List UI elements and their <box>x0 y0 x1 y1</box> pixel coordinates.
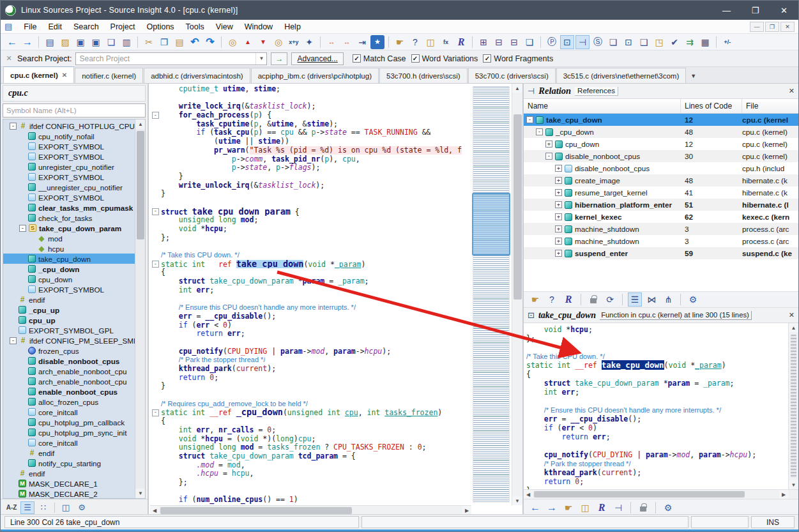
browse-hand-button[interactable]: ☛ <box>393 35 407 49</box>
help-window-button[interactable]: ⊡ <box>621 35 635 49</box>
symbol-item-unregister-cpu-notifier[interactable]: __unregister_cpu_notifier <box>3 182 135 192</box>
mdi-restore-button[interactable]: ❐ <box>765 22 779 32</box>
zoom-toggle-button[interactable]: +/- <box>720 35 734 49</box>
symbol-tree-scrollbar[interactable]: ▲ ▼ <box>135 119 145 498</box>
window-cascade-button[interactable]: ❏ <box>522 35 536 49</box>
forward-button[interactable]: → <box>20 35 34 49</box>
symbol-item-export-symbol[interactable]: EXPORT_SYMBOL <box>3 284 135 294</box>
tree-expand-icon[interactable]: + <box>555 250 562 257</box>
symbol-item-export-symbol[interactable]: EXPORT_SYMBOL <box>3 151 135 162</box>
relation-window-button[interactable]: ⊡ <box>560 35 574 49</box>
symbol-item-endif[interactable]: #endif <box>3 448 135 458</box>
symbol-item-disable-nonboot-cpus[interactable]: disable_nonboot_cpus <box>3 356 135 366</box>
relation-row-cpu-down[interactable]: +cpu_down12cpu.c (kernel) <box>524 138 798 150</box>
scroll-down-icon[interactable]: ▼ <box>789 480 798 489</box>
symbol-window-button[interactable]: Ⓢ <box>591 35 605 49</box>
symbol-item-clear-tasks-mm-cpumask[interactable]: clear_tasks_mm_cpumask <box>3 202 135 213</box>
maximize-button[interactable]: ❐ <box>741 1 770 20</box>
relation-close-icon[interactable]: ✕ <box>789 87 795 95</box>
fold-toggle[interactable]: - <box>150 208 161 217</box>
preview-vertical-scrollbar[interactable]: ▲ ▼ <box>788 323 798 489</box>
symbol-item-frozen-cpus[interactable]: frozen_cpus <box>3 346 135 356</box>
save-all-button[interactable]: ❏ <box>104 35 118 49</box>
scroll-left-icon[interactable]: ◀ <box>524 490 533 499</box>
jump-back-link-button[interactable]: ↔ <box>324 35 339 49</box>
tree-expand-icon[interactable]: + <box>545 141 552 148</box>
fold-minus-icon[interactable]: - <box>152 208 159 215</box>
browse-hand-button[interactable]: ☛ <box>561 501 575 515</box>
window-tile-button[interactable]: ⊞ <box>476 35 491 49</box>
tree-expand-icon[interactable]: - <box>10 123 17 130</box>
menu-view[interactable]: View <box>210 21 239 33</box>
scroll-thumb[interactable] <box>160 507 352 514</box>
symbol-item-arch-enable-nonboot-cpu[interactable]: arch_enable_nonboot_cpu <box>3 376 135 386</box>
relation-row-resume-target-kernel[interactable]: +resume_target_kernel41hibernate.c (k <box>524 186 798 199</box>
symbol-item-export-symbol[interactable]: EXPORT_SYMBOL <box>3 172 135 182</box>
option-match-case[interactable]: ✓Match Case <box>353 54 406 63</box>
fold-toggle[interactable]: - <box>150 111 161 120</box>
menu-tools[interactable]: Tools <box>180 21 210 33</box>
checkbox-icon[interactable]: ✓ <box>411 54 420 63</box>
tab-53c700-h-drivers-scsi[interactable]: 53c700.h (drivers\scsi) <box>379 68 468 83</box>
preview-close-icon[interactable]: ✕ <box>789 311 795 319</box>
relation-row-machine-shutdown[interactable]: +machine_shutdown3process.c (arc <box>524 223 798 235</box>
relation-row-disable-nonboot-cpus[interactable]: -disable_nonboot_cpus30cpu.c (kernel) <box>524 150 798 162</box>
tree-expand-icon[interactable]: - <box>526 116 533 123</box>
relation-row-machine-shutdown[interactable]: +machine_shutdown3process.c (arc <box>524 235 798 247</box>
open-file-button[interactable]: ▨ <box>58 35 72 49</box>
r-logo-button[interactable]: R <box>561 293 575 307</box>
jump-forward-link-button[interactable]: ↔ <box>340 35 354 49</box>
tree-expand-icon[interactable]: + <box>555 165 562 172</box>
option-word-fragments[interactable]: ✓Word Fragments <box>483 54 553 63</box>
contents-book-button[interactable]: ◫ <box>423 35 438 49</box>
symbol-item-cpu-hotplug-pm-callback[interactable]: cpu_hotplug_pm_callback <box>3 417 135 427</box>
column-file[interactable]: File <box>742 99 798 113</box>
fold-toggle[interactable]: - <box>150 408 161 417</box>
tree-expand-icon[interactable]: - <box>19 225 26 232</box>
tree-expand-icon[interactable]: + <box>555 201 562 208</box>
symbol-item-cpu-up[interactable]: _cpu_up <box>3 305 135 315</box>
symbol-name-input[interactable] <box>3 107 145 114</box>
goto-definition-button[interactable]: ⇥ <box>355 35 369 49</box>
relation-row-kernel-kexec[interactable]: +kernel_kexec62kexec.c (kern <box>524 211 798 223</box>
tab-notifier-c-kernel[interactable]: notifier.c (kernel) <box>75 68 143 83</box>
mdi-minimize-button[interactable]: — <box>750 22 764 32</box>
tab-adbhid-c-drivers-macintosh[interactable]: adbhid.c (drivers\macintosh) <box>144 68 250 83</box>
fold-toggle[interactable]: - <box>150 260 161 269</box>
scroll-down-icon[interactable]: ▼ <box>512 496 522 505</box>
symbol-item-ifdef-config-pm-sleep-smp[interactable]: -#ifdef CONFIG_PM_SLEEP_SMP <box>3 335 135 346</box>
tree-expand-icon[interactable]: + <box>555 225 562 232</box>
relation-row-cpu-down[interactable]: -_cpu_down48cpu.c (kernel) <box>524 126 798 138</box>
preview-horizontal-scrollbar[interactable]: ◀ ▶ <box>524 489 798 499</box>
symbol-doc-button[interactable]: ? <box>545 293 559 307</box>
search-button[interactable]: ◎ <box>225 35 240 49</box>
tab-close-icon[interactable]: ✕ <box>62 72 67 79</box>
symbol-item-take-cpu-down[interactable]: take_cpu_down <box>3 254 135 264</box>
relation-row-hibernation-platform-enter[interactable]: +hibernation_platform_enter51hibernate.c… <box>524 199 798 211</box>
symbol-item-mod[interactable]: ◆mod <box>3 233 135 243</box>
contents-book-button[interactable]: ◫ <box>59 501 73 514</box>
symbol-item-hcpu[interactable]: ◆hcpu <box>3 243 135 254</box>
relation-row-disable-nonboot-cpus[interactable]: +disable_nonboot_cpuscpu.h (includ <box>524 162 798 174</box>
symbol-item-cpu-hotplug-pm-sync-init[interactable]: cpu_hotplug_pm_sync_init <box>3 427 135 437</box>
relation-row-suspend-enter[interactable]: +suspend_enter59suspend.c (ke <box>524 247 798 259</box>
undo-button[interactable]: ↶ <box>188 35 202 49</box>
checkbox-icon[interactable]: ✓ <box>483 54 491 63</box>
tree-expand-icon[interactable]: - <box>10 337 17 344</box>
symbol-item-cpu-up[interactable]: cpu_up <box>3 315 135 325</box>
fold-minus-icon[interactable]: - <box>152 409 159 416</box>
contents-book-button[interactable]: ◫ <box>578 501 592 515</box>
tab-cpu-c-kernel[interactable]: cpu.c (kernel)✕ <box>3 66 74 83</box>
scroll-thumb[interactable] <box>137 131 144 239</box>
menu-project[interactable]: Project <box>105 21 141 33</box>
settings-gear-button[interactable]: ⚙ <box>75 501 89 514</box>
tree-expand-icon[interactable]: + <box>555 238 562 245</box>
symbol-info-button[interactable]: ? <box>408 35 422 49</box>
relation-row-create-image[interactable]: +create_image48hibernate.c (k <box>524 174 798 186</box>
symbol-item-notify-cpu-starting[interactable]: notify_cpu_starting <box>3 458 135 468</box>
view-groups-button[interactable]: ∷ <box>36 501 50 514</box>
scroll-up-icon[interactable]: ▲ <box>512 84 522 93</box>
scroll-thumb[interactable] <box>534 491 745 498</box>
symbol-item-enable-nonboot-cpus[interactable]: enable_nonboot_cpus <box>3 386 135 397</box>
redo-button[interactable]: ↷ <box>203 35 217 49</box>
